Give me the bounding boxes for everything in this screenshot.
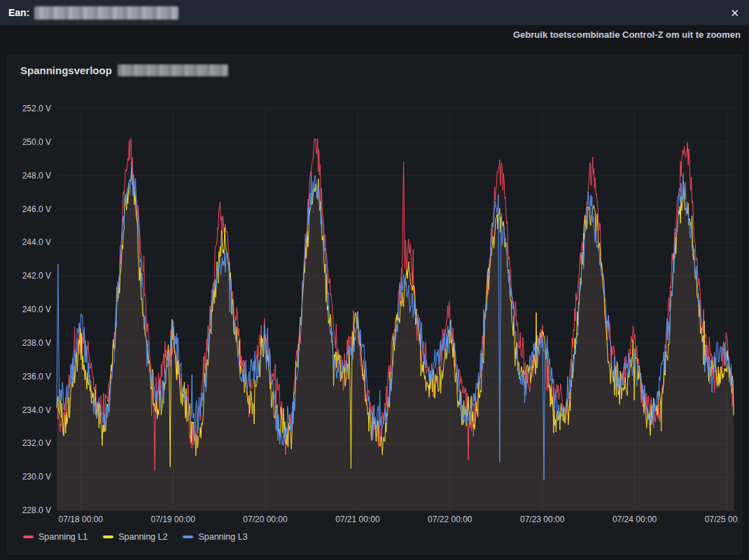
zoom-hint-text: Gebruik toetscombinatie Control-Z om uit… bbox=[513, 29, 741, 40]
y-axis-tick-label: 228.0 V bbox=[22, 505, 51, 515]
y-axis-tick-label: 232.0 V bbox=[22, 438, 51, 448]
y-axis-tick-label: 234.0 V bbox=[22, 405, 51, 415]
zoom-hint-row: Gebruik toetscombinatie Control-Z om uit… bbox=[0, 25, 749, 43]
y-axis-tick-label: 250.0 V bbox=[22, 137, 51, 147]
x-axis-tick-label: 07/20 00:00 bbox=[243, 514, 288, 524]
y-axis-tick-label: 242.0 V bbox=[22, 271, 51, 281]
legend-label-l3: Spanning L3 bbox=[198, 532, 247, 542]
legend-item-spanning-l3[interactable]: Spanning L3 bbox=[183, 532, 247, 542]
legend-item-spanning-l2[interactable]: Spanning L2 bbox=[103, 532, 167, 542]
x-axis-tick-label: 07/24 00:00 bbox=[612, 514, 657, 524]
legend-label-l2: Spanning L2 bbox=[118, 532, 167, 542]
redacted-ean-value bbox=[34, 6, 178, 20]
y-axis-tick-label: 240.0 V bbox=[22, 304, 51, 314]
legend-swatch-l2-icon bbox=[103, 536, 113, 538]
y-axis-tick-label: 246.0 V bbox=[22, 204, 51, 214]
x-axis-tick-label: 07/23 00:00 bbox=[520, 514, 565, 524]
y-axis-tick-label: 230.0 V bbox=[22, 472, 51, 482]
x-axis-tick-label: 07/18 00:00 bbox=[59, 514, 104, 524]
legend-label-l1: Spanning L1 bbox=[38, 532, 88, 542]
y-axis-tick-label: 252.0 V bbox=[22, 104, 51, 113]
legend-swatch-l3-icon bbox=[183, 536, 193, 538]
y-axis-tick-label: 236.0 V bbox=[22, 372, 51, 382]
modal-header: Ean: ✕ bbox=[0, 0, 749, 25]
close-icon[interactable]: ✕ bbox=[729, 5, 741, 21]
redacted-panel-subtitle bbox=[118, 64, 228, 76]
y-axis-tick-label: 238.0 V bbox=[22, 338, 51, 348]
panel-title: Spanningsverloop bbox=[20, 64, 112, 76]
x-axis-tick-label: 07/22 00:00 bbox=[428, 514, 472, 524]
x-axis-tick-label: 07/21 00:00 bbox=[335, 514, 380, 524]
voltage-chart[interactable]: 252.0 V250.0 V248.0 V246.0 V244.0 V242.0… bbox=[13, 89, 738, 527]
legend-swatch-l1-icon bbox=[23, 536, 34, 538]
ean-label: Ean: bbox=[8, 7, 29, 18]
voltage-panel: Spanningsverloop 252.0 V250.0 V248.0 V24… bbox=[7, 55, 742, 554]
x-axis-tick-label: 07/19 00:00 bbox=[150, 514, 195, 524]
x-axis-tick-label: 07/25 00:00 bbox=[705, 514, 738, 524]
chart-legend: Spanning L1 Spanning L2 Spanning L3 bbox=[13, 527, 736, 544]
legend-item-spanning-l1[interactable]: Spanning L1 bbox=[23, 532, 88, 542]
y-axis-tick-label: 248.0 V bbox=[22, 171, 51, 181]
panel-header: Spanningsverloop bbox=[13, 61, 736, 78]
y-axis-tick-label: 244.0 V bbox=[22, 237, 51, 247]
